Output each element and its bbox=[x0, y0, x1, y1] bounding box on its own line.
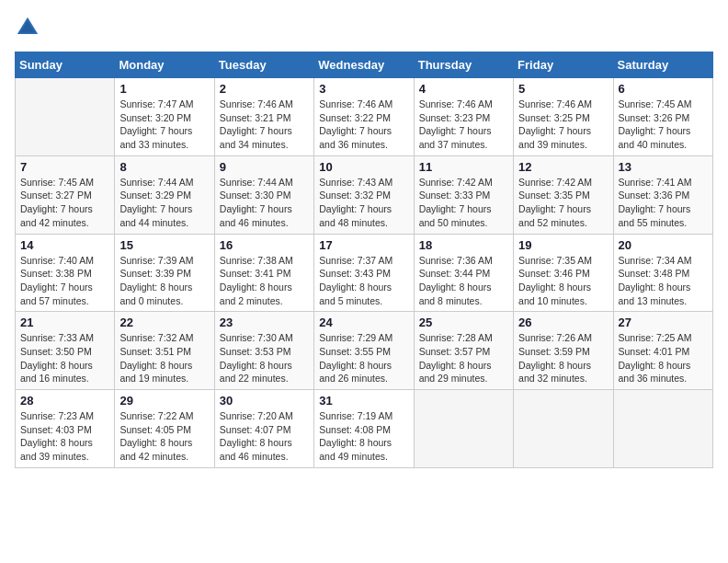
day-number: 7 bbox=[20, 160, 109, 174]
day-number: 13 bbox=[619, 160, 708, 174]
calendar-cell: 7Sunrise: 7:45 AMSunset: 3:27 PMDaylight… bbox=[16, 155, 115, 234]
day-number: 27 bbox=[619, 316, 708, 329]
day-detail: Sunrise: 7:25 AMSunset: 4:01 PMDaylight:… bbox=[619, 332, 692, 384]
day-detail: Sunrise: 7:45 AMSunset: 3:27 PMDaylight:… bbox=[20, 177, 94, 228]
day-detail: Sunrise: 7:19 AMSunset: 4:08 PMDaylight:… bbox=[319, 410, 392, 462]
calendar-cell: 18Sunrise: 7:36 AMSunset: 3:44 PMDayligh… bbox=[414, 234, 513, 312]
day-number: 17 bbox=[319, 238, 408, 252]
day-detail: Sunrise: 7:44 AMSunset: 3:29 PMDaylight:… bbox=[119, 177, 193, 228]
day-detail: Sunrise: 7:22 AMSunset: 4:05 PMDaylight:… bbox=[119, 410, 193, 462]
calendar-cell: 25Sunrise: 7:28 AMSunset: 3:57 PMDayligh… bbox=[414, 312, 513, 390]
day-number: 24 bbox=[319, 316, 408, 329]
calendar-cell bbox=[613, 390, 712, 468]
week-row-2: 7Sunrise: 7:45 AMSunset: 3:27 PMDaylight… bbox=[16, 155, 713, 234]
day-number: 1 bbox=[119, 82, 209, 96]
day-detail: Sunrise: 7:32 AMSunset: 3:51 PMDaylight:… bbox=[119, 332, 193, 384]
day-number: 19 bbox=[518, 238, 608, 252]
day-detail: Sunrise: 7:43 AMSunset: 3:32 PMDaylight:… bbox=[319, 177, 392, 228]
calendar-header-row: SundayMondayTuesdayWednesdayThursdayFrid… bbox=[16, 52, 713, 78]
calendar-cell bbox=[514, 390, 613, 468]
calendar-cell: 4Sunrise: 7:46 AMSunset: 3:23 PMDaylight… bbox=[414, 78, 513, 156]
day-detail: Sunrise: 7:29 AMSunset: 3:55 PMDaylight:… bbox=[319, 332, 392, 384]
calendar-cell: 9Sunrise: 7:44 AMSunset: 3:30 PMDaylight… bbox=[214, 155, 313, 234]
calendar-cell bbox=[16, 78, 115, 156]
day-number: 10 bbox=[319, 160, 408, 174]
day-number: 22 bbox=[119, 316, 209, 329]
header-tuesday: Tuesday bbox=[214, 52, 313, 78]
header-wednesday: Wednesday bbox=[314, 52, 414, 78]
calendar-cell: 16Sunrise: 7:38 AMSunset: 3:41 PMDayligh… bbox=[214, 234, 313, 312]
day-number: 9 bbox=[220, 160, 309, 174]
day-detail: Sunrise: 7:42 AMSunset: 3:35 PMDaylight:… bbox=[518, 177, 592, 228]
calendar-cell: 17Sunrise: 7:37 AMSunset: 3:43 PMDayligh… bbox=[314, 234, 414, 312]
day-detail: Sunrise: 7:46 AMSunset: 3:21 PMDaylight:… bbox=[220, 98, 293, 150]
day-number: 5 bbox=[518, 82, 608, 96]
day-number: 6 bbox=[619, 82, 708, 96]
calendar-cell: 5Sunrise: 7:46 AMSunset: 3:25 PMDaylight… bbox=[514, 78, 613, 156]
calendar-cell: 28Sunrise: 7:23 AMSunset: 4:03 PMDayligh… bbox=[16, 390, 115, 468]
calendar-cell: 6Sunrise: 7:45 AMSunset: 3:26 PMDaylight… bbox=[613, 78, 712, 156]
day-number: 15 bbox=[119, 238, 209, 252]
calendar-cell: 26Sunrise: 7:26 AMSunset: 3:59 PMDayligh… bbox=[514, 312, 613, 390]
day-detail: Sunrise: 7:40 AMSunset: 3:38 PMDaylight:… bbox=[20, 255, 94, 306]
header-saturday: Saturday bbox=[613, 52, 712, 78]
week-row-4: 21Sunrise: 7:33 AMSunset: 3:50 PMDayligh… bbox=[16, 312, 713, 390]
day-number: 23 bbox=[220, 316, 309, 329]
day-number: 25 bbox=[419, 316, 508, 329]
calendar-cell: 24Sunrise: 7:29 AMSunset: 3:55 PMDayligh… bbox=[314, 312, 414, 390]
calendar-cell: 13Sunrise: 7:41 AMSunset: 3:36 PMDayligh… bbox=[613, 155, 712, 234]
header-friday: Friday bbox=[514, 52, 613, 78]
day-detail: Sunrise: 7:28 AMSunset: 3:57 PMDaylight:… bbox=[419, 332, 493, 384]
calendar-cell: 10Sunrise: 7:43 AMSunset: 3:32 PMDayligh… bbox=[314, 155, 414, 234]
calendar-cell: 30Sunrise: 7:20 AMSunset: 4:07 PMDayligh… bbox=[214, 390, 313, 468]
day-number: 20 bbox=[619, 238, 708, 252]
calendar-cell: 29Sunrise: 7:22 AMSunset: 4:05 PMDayligh… bbox=[115, 390, 214, 468]
day-detail: Sunrise: 7:46 AMSunset: 3:22 PMDaylight:… bbox=[319, 98, 392, 150]
day-detail: Sunrise: 7:26 AMSunset: 3:59 PMDaylight:… bbox=[518, 332, 592, 384]
calendar-cell: 27Sunrise: 7:25 AMSunset: 4:01 PMDayligh… bbox=[613, 312, 712, 390]
day-detail: Sunrise: 7:46 AMSunset: 3:23 PMDaylight:… bbox=[419, 98, 493, 150]
day-number: 2 bbox=[220, 82, 309, 96]
calendar-cell: 23Sunrise: 7:30 AMSunset: 3:53 PMDayligh… bbox=[214, 312, 313, 390]
day-detail: Sunrise: 7:37 AMSunset: 3:43 PMDaylight:… bbox=[319, 255, 392, 306]
logo-icon bbox=[15, 15, 40, 40]
calendar-cell: 22Sunrise: 7:32 AMSunset: 3:51 PMDayligh… bbox=[115, 312, 214, 390]
calendar-cell: 3Sunrise: 7:46 AMSunset: 3:22 PMDaylight… bbox=[314, 78, 414, 156]
day-detail: Sunrise: 7:41 AMSunset: 3:36 PMDaylight:… bbox=[619, 177, 692, 228]
day-detail: Sunrise: 7:38 AMSunset: 3:41 PMDaylight:… bbox=[220, 255, 293, 306]
day-detail: Sunrise: 7:30 AMSunset: 3:53 PMDaylight:… bbox=[220, 332, 293, 384]
day-detail: Sunrise: 7:36 AMSunset: 3:44 PMDaylight:… bbox=[419, 255, 493, 306]
calendar-cell: 14Sunrise: 7:40 AMSunset: 3:38 PMDayligh… bbox=[16, 234, 115, 312]
calendar-cell: 8Sunrise: 7:44 AMSunset: 3:29 PMDaylight… bbox=[115, 155, 214, 234]
week-row-3: 14Sunrise: 7:40 AMSunset: 3:38 PMDayligh… bbox=[16, 234, 713, 312]
day-detail: Sunrise: 7:20 AMSunset: 4:07 PMDaylight:… bbox=[220, 410, 293, 462]
day-number: 8 bbox=[119, 160, 209, 174]
header-sunday: Sunday bbox=[16, 52, 115, 78]
calendar-cell: 31Sunrise: 7:19 AMSunset: 4:08 PMDayligh… bbox=[314, 390, 414, 468]
day-number: 31 bbox=[319, 394, 408, 408]
calendar-cell: 20Sunrise: 7:34 AMSunset: 3:48 PMDayligh… bbox=[613, 234, 712, 312]
day-number: 11 bbox=[419, 160, 508, 174]
day-detail: Sunrise: 7:45 AMSunset: 3:26 PMDaylight:… bbox=[619, 98, 692, 150]
calendar-cell: 1Sunrise: 7:47 AMSunset: 3:20 PMDaylight… bbox=[115, 78, 214, 156]
day-number: 4 bbox=[419, 82, 508, 96]
calendar-cell: 2Sunrise: 7:46 AMSunset: 3:21 PMDaylight… bbox=[214, 78, 313, 156]
calendar-cell: 21Sunrise: 7:33 AMSunset: 3:50 PMDayligh… bbox=[16, 312, 115, 390]
day-number: 14 bbox=[20, 238, 109, 252]
week-row-5: 28Sunrise: 7:23 AMSunset: 4:03 PMDayligh… bbox=[16, 390, 713, 468]
day-detail: Sunrise: 7:46 AMSunset: 3:25 PMDaylight:… bbox=[518, 98, 592, 150]
calendar-cell bbox=[414, 390, 513, 468]
day-detail: Sunrise: 7:47 AMSunset: 3:20 PMDaylight:… bbox=[119, 98, 193, 150]
day-number: 3 bbox=[319, 82, 408, 96]
day-number: 29 bbox=[119, 394, 209, 408]
header-thursday: Thursday bbox=[414, 52, 513, 78]
header-monday: Monday bbox=[115, 52, 214, 78]
calendar-body: 1Sunrise: 7:47 AMSunset: 3:20 PMDaylight… bbox=[16, 78, 713, 468]
day-number: 12 bbox=[518, 160, 608, 174]
day-number: 28 bbox=[20, 394, 109, 408]
day-number: 18 bbox=[419, 238, 508, 252]
calendar-cell: 19Sunrise: 7:35 AMSunset: 3:46 PMDayligh… bbox=[514, 234, 613, 312]
week-row-1: 1Sunrise: 7:47 AMSunset: 3:20 PMDaylight… bbox=[16, 78, 713, 156]
day-detail: Sunrise: 7:34 AMSunset: 3:48 PMDaylight:… bbox=[619, 255, 692, 306]
day-detail: Sunrise: 7:39 AMSunset: 3:39 PMDaylight:… bbox=[119, 255, 193, 306]
